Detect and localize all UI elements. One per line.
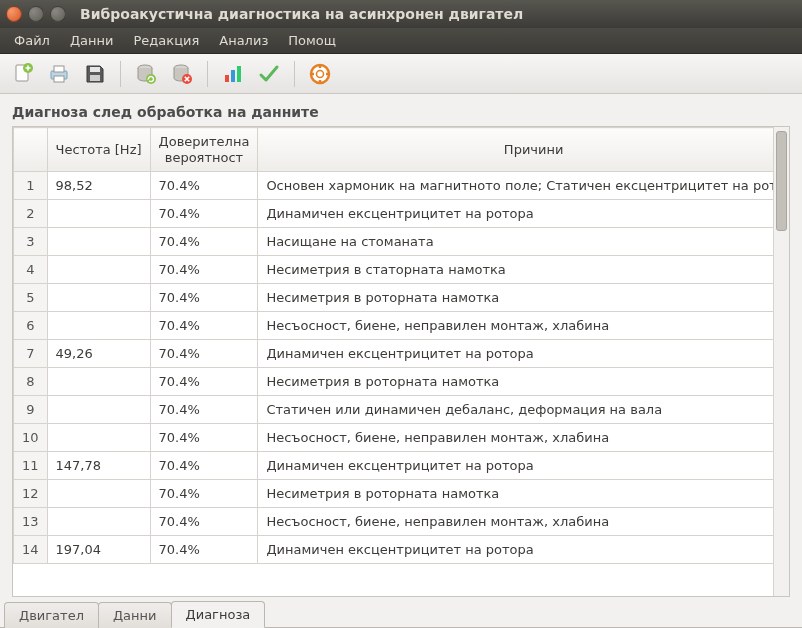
cell-probability[interactable]: 70.4% (150, 396, 258, 424)
row-number: 4 (14, 256, 48, 284)
cell-frequency[interactable] (47, 396, 150, 424)
row-number: 6 (14, 312, 48, 340)
cell-cause[interactable]: Несиметрия в роторната намотка (258, 480, 773, 508)
content-area: Диагноза след обработка на данните Често… (0, 94, 802, 597)
cell-cause[interactable]: Основен хармоник на магнитното поле; Ста… (258, 172, 773, 200)
cell-probability[interactable]: 70.4% (150, 480, 258, 508)
printer-icon (48, 63, 70, 85)
menu-file[interactable]: Файл (4, 28, 60, 53)
tab-data[interactable]: Данни (98, 602, 172, 628)
menu-data[interactable]: Данни (60, 28, 124, 53)
toolbar-db-refresh-button[interactable] (131, 59, 161, 89)
database-delete-icon (171, 63, 193, 85)
row-number: 10 (14, 424, 48, 452)
window-title: Виброакустична диагностика на асинхронен… (80, 6, 523, 22)
table-row[interactable]: 370.4%Насищане на стоманата (14, 228, 774, 256)
table-row[interactable]: 1370.4%Несъосност, биене, неправилен мон… (14, 508, 774, 536)
cell-probability[interactable]: 70.4% (150, 256, 258, 284)
cell-probability[interactable]: 70.4% (150, 340, 258, 368)
cell-cause[interactable]: Динамичен ексцентрицитет на ротора (258, 340, 773, 368)
cell-cause[interactable]: Несиметрия в роторната намотка (258, 284, 773, 312)
toolbar-help-button[interactable] (305, 59, 335, 89)
cell-frequency[interactable]: 147,78 (47, 452, 150, 480)
cell-probability[interactable]: 70.4% (150, 368, 258, 396)
cell-cause[interactable]: Несъосност, биене, неправилен монтаж, хл… (258, 508, 773, 536)
cell-frequency[interactable] (47, 508, 150, 536)
cell-probability[interactable]: 70.4% (150, 172, 258, 200)
svg-point-8 (146, 74, 156, 84)
menu-help[interactable]: Помощ (278, 28, 346, 53)
cell-cause[interactable]: Насищане на стоманата (258, 228, 773, 256)
toolbar-save-button[interactable] (80, 59, 110, 89)
table-row[interactable]: 570.4%Несиметрия в роторната намотка (14, 284, 774, 312)
cell-frequency[interactable]: 197,04 (47, 536, 150, 564)
cell-cause[interactable]: Динамичен ексцентрицитет на ротора (258, 536, 773, 564)
cell-frequency[interactable] (47, 312, 150, 340)
cell-frequency[interactable] (47, 284, 150, 312)
cell-cause[interactable]: Несиметрия в роторната намотка (258, 368, 773, 396)
table-row[interactable]: 749,2670.4%Динамичен ексцентрицитет на р… (14, 340, 774, 368)
cell-cause[interactable]: Динамичен ексцентрицитет на ротора (258, 452, 773, 480)
cell-frequency[interactable] (47, 200, 150, 228)
cell-probability[interactable]: 70.4% (150, 536, 258, 564)
diagnosis-table-scroll[interactable]: Честота [Hz] Доверителна вероятност Прич… (13, 127, 773, 596)
tab-diagnosis[interactable]: Диагноза (171, 601, 266, 628)
table-row[interactable]: 14197,0470.4%Динамичен ексцентрицитет на… (14, 536, 774, 564)
cell-cause[interactable]: Несъосност, биене, неправилен монтаж, хл… (258, 312, 773, 340)
menu-edit[interactable]: Редакция (124, 28, 210, 53)
cell-frequency[interactable] (47, 368, 150, 396)
cell-frequency[interactable]: 98,52 (47, 172, 150, 200)
col-header-cause[interactable]: Причини (258, 128, 773, 172)
window-minimize-button[interactable] (28, 6, 44, 22)
cell-cause[interactable]: Динамичен ексцентрицитет на ротора (258, 200, 773, 228)
cell-probability[interactable]: 70.4% (150, 200, 258, 228)
toolbar-db-delete-button[interactable] (167, 59, 197, 89)
cell-frequency[interactable] (47, 256, 150, 284)
table-row[interactable]: 270.4%Динамичен ексцентрицитет на ротора (14, 200, 774, 228)
cell-frequency[interactable]: 49,26 (47, 340, 150, 368)
table-row[interactable]: 870.4%Несиметрия в роторната намотка (14, 368, 774, 396)
cell-probability[interactable]: 70.4% (150, 228, 258, 256)
table-row[interactable]: 1270.4%Несиметрия в роторната намотка (14, 480, 774, 508)
toolbar-chart-button[interactable] (218, 59, 248, 89)
cell-cause[interactable]: Несъосност, биене, неправилен монтаж, хл… (258, 424, 773, 452)
table-row[interactable]: 470.4%Несиметрия в статорната намотка (14, 256, 774, 284)
cell-probability[interactable]: 70.4% (150, 424, 258, 452)
table-row[interactable]: 970.4%Статичен или динамичен дебаланс, д… (14, 396, 774, 424)
cell-frequency[interactable] (47, 480, 150, 508)
database-refresh-icon (135, 63, 157, 85)
window-close-button[interactable] (6, 6, 22, 22)
col-header-rownum[interactable] (14, 128, 48, 172)
toolbar-new-button[interactable] (8, 59, 38, 89)
toolbar-print-button[interactable] (44, 59, 74, 89)
row-number: 1 (14, 172, 48, 200)
col-header-probability[interactable]: Доверителна вероятност (150, 128, 258, 172)
cell-probability[interactable]: 70.4% (150, 508, 258, 536)
window-maximize-button[interactable] (50, 6, 66, 22)
cell-probability[interactable]: 70.4% (150, 312, 258, 340)
cell-frequency[interactable] (47, 228, 150, 256)
row-number: 13 (14, 508, 48, 536)
table-row[interactable]: 670.4%Несъосност, биене, неправилен монт… (14, 312, 774, 340)
row-number: 14 (14, 536, 48, 564)
table-row[interactable]: 11147,7870.4%Динамичен ексцентрицитет на… (14, 452, 774, 480)
table-header-row: Честота [Hz] Доверителна вероятност Прич… (14, 128, 774, 172)
svg-rect-4 (54, 76, 64, 82)
row-number: 8 (14, 368, 48, 396)
cell-frequency[interactable] (47, 424, 150, 452)
table-row[interactable]: 1070.4%Несъосност, биене, неправилен мон… (14, 424, 774, 452)
document-new-icon (12, 63, 34, 85)
menu-analysis[interactable]: Анализ (209, 28, 278, 53)
col-header-frequency[interactable]: Честота [Hz] (47, 128, 150, 172)
vertical-scrollbar[interactable] (773, 127, 789, 596)
cell-probability[interactable]: 70.4% (150, 284, 258, 312)
tab-engine[interactable]: Двигател (4, 602, 99, 628)
cell-probability[interactable]: 70.4% (150, 452, 258, 480)
table-row[interactable]: 198,5270.4%Основен хармоник на магнитнот… (14, 172, 774, 200)
bar-chart-icon (222, 63, 244, 85)
cell-cause[interactable]: Статичен или динамичен дебаланс, деформа… (258, 396, 773, 424)
row-number: 5 (14, 284, 48, 312)
toolbar-apply-button[interactable] (254, 59, 284, 89)
cell-cause[interactable]: Несиметрия в статорната намотка (258, 256, 773, 284)
scrollbar-thumb[interactable] (776, 131, 787, 231)
